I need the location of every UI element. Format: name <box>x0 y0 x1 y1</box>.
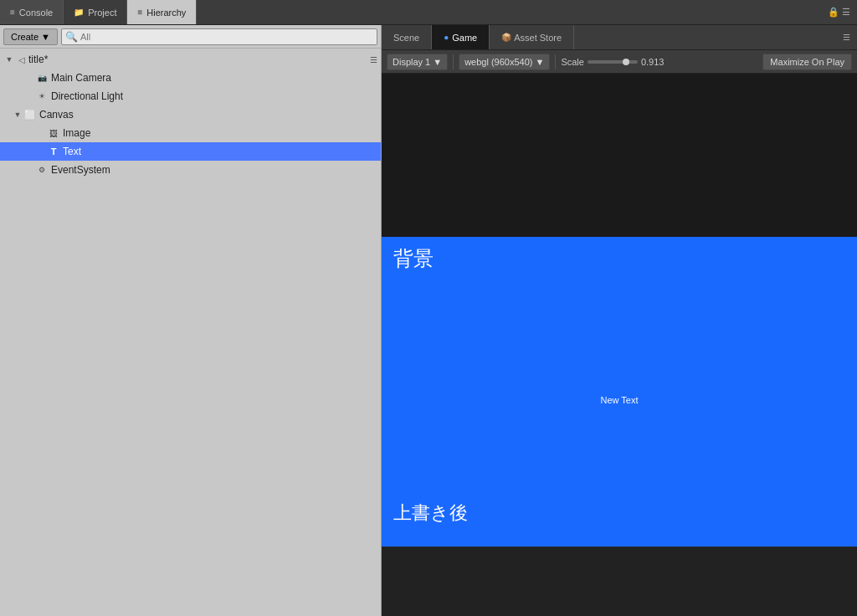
tab-scene-label: Scene <box>393 33 419 43</box>
search-box: 🔍 <box>61 28 377 45</box>
tab-game-label: Game <box>452 33 477 43</box>
tab-game[interactable]: ● Game <box>432 25 490 49</box>
directional-light-icon: ☀ <box>35 90 49 103</box>
tree-item-image[interactable]: 🖼 Image <box>0 124 381 142</box>
viewport-blue-top: 背景 <box>382 237 857 321</box>
resolution-select[interactable]: webgl (960x540) ▼ <box>459 54 550 70</box>
tab-lock-area: 🔒 ☰ <box>821 7 857 18</box>
resolution-label: webgl (960x540) <box>464 57 532 67</box>
bg-label: 背景 <box>393 245 434 272</box>
canvas-label: Canvas <box>39 109 74 121</box>
new-text-label: New Text <box>600 395 638 405</box>
main-camera-label: Main Camera <box>51 72 111 84</box>
tab-console[interactable]: ≡ Console <box>0 0 64 24</box>
viewport-blue-bottom: 上書き後 <box>382 480 857 547</box>
tree-item-text[interactable]: T Text <box>0 142 381 161</box>
viewport-black-top <box>382 74 857 237</box>
scene-header: ◁ title* ☰ <box>0 50 381 69</box>
game-icon: ● <box>444 33 449 42</box>
scene-menu-button[interactable]: ☰ <box>370 55 377 64</box>
main-camera-icon: 📷 <box>35 71 49 85</box>
tab-hierarchy-label: Hierarchy <box>146 8 186 18</box>
create-label: Create <box>11 32 38 42</box>
resolution-chevron-icon: ▼ <box>535 57 544 67</box>
display-chevron-icon: ▼ <box>433 57 442 67</box>
canvas-expand[interactable] <box>12 110 23 119</box>
maximize-label: Maximize On Play <box>770 57 844 67</box>
create-chevron-icon: ▼ <box>41 32 50 42</box>
scene-name: title* <box>28 54 48 65</box>
eventsystem-label: EventSystem <box>51 164 110 176</box>
toolbar-separator-1 <box>453 54 454 69</box>
directional-light-label: Directional Light <box>51 90 123 102</box>
tab-hierarchy[interactable]: ≡ Hierarchy <box>127 0 197 24</box>
tree-item-eventsystem[interactable]: ⚙ EventSystem <box>0 161 381 179</box>
canvas-icon: ⬜ <box>23 108 37 121</box>
tree-item-directional-light[interactable]: ☀ Directional Light <box>0 87 381 105</box>
scale-label: Scale <box>561 57 584 67</box>
viewport-blue-mid: New Text <box>382 321 857 480</box>
overwrite-label: 上書き後 <box>393 501 468 526</box>
create-button[interactable]: Create ▼ <box>3 28 58 45</box>
game-tabs: Scene ● Game 📦 Asset Store ☰ <box>382 25 857 50</box>
tree-item-canvas[interactable]: ⬜ Canvas <box>0 105 381 124</box>
text-icon: T <box>47 145 60 158</box>
scene-expand-arrow[interactable] <box>3 55 15 64</box>
hierarchy-content: ◁ title* ☰ 📷 Main Camera ☀ Directional L… <box>0 49 381 616</box>
search-input[interactable] <box>80 32 373 42</box>
hierarchy-toolbar: Create ▼ 🔍 <box>0 25 381 49</box>
top-tab-bar: ≡ Console 📁 Project ≡ Hierarchy 🔒 ☰ <box>0 0 857 25</box>
game-tab-menu[interactable]: ☰ <box>836 33 857 42</box>
text-label: Text <box>63 146 81 157</box>
game-panel: Scene ● Game 📦 Asset Store ☰ Display 1 ▼… <box>382 25 857 616</box>
image-icon: 🖼 <box>47 126 60 140</box>
eventsystem-icon: ⚙ <box>35 163 49 177</box>
hierarchy-icon: ≡ <box>137 8 142 17</box>
scene-icon: ◁ <box>18 55 25 64</box>
scale-slider[interactable] <box>588 60 638 64</box>
hierarchy-panel: Create ▼ 🔍 ◁ title* ☰ 📷 <box>0 25 382 616</box>
scale-value: 0.913 <box>641 57 665 67</box>
tab-asset-store[interactable]: 📦 Asset Store <box>490 25 574 49</box>
display-select[interactable]: Display 1 ▼ <box>387 54 448 70</box>
scene-header-left: ◁ title* <box>3 54 48 65</box>
tab-scene[interactable]: Scene <box>382 25 432 49</box>
toolbar-separator-2 <box>555 54 556 69</box>
tree-item-main-camera[interactable]: 📷 Main Camera <box>0 69 381 87</box>
console-icon: ≡ <box>10 8 15 17</box>
project-icon: 📁 <box>74 8 84 17</box>
maximize-on-play-button[interactable]: Maximize On Play <box>762 54 852 70</box>
main-layout: Create ▼ 🔍 ◁ title* ☰ 📷 <box>0 25 857 616</box>
display-label: Display 1 <box>393 57 430 67</box>
game-viewport: 背景 New Text 上書き後 <box>382 74 857 616</box>
tab-asset-store-label: Asset Store <box>514 33 562 43</box>
game-toolbar: Display 1 ▼ webgl (960x540) ▼ Scale 0.91… <box>382 50 857 74</box>
lock-icon: 🔒 ☰ <box>828 7 850 18</box>
tab-project-label: Project <box>88 8 116 18</box>
tab-project[interactable]: 📁 Project <box>64 0 127 24</box>
image-label: Image <box>63 127 90 139</box>
scale-slider-thumb <box>623 59 629 65</box>
tab-asset-store-icon: 📦 <box>501 33 511 42</box>
tab-console-label: Console <box>19 8 53 18</box>
search-icon: 🔍 <box>65 31 78 43</box>
scale-control: Scale 0.913 <box>561 57 664 67</box>
